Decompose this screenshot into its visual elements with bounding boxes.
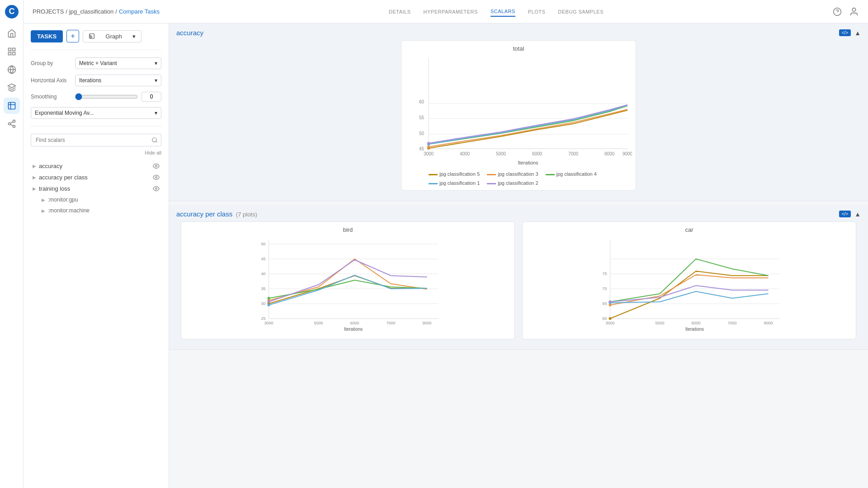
tab-scalars[interactable]: SCALARS (491, 7, 515, 17)
breadcrumb-projects[interactable]: PROJECTS (33, 8, 64, 15)
hide-all-link[interactable]: Hide all (31, 150, 161, 155)
svg-point-22 (156, 188, 157, 190)
svg-rect-4 (8, 52, 11, 55)
scalar-item-accuracy: ▶ accuracy (31, 161, 161, 171)
add-button[interactable]: + (66, 30, 79, 42)
tab-hyperparameters[interactable]: HYPERPARAMETERS (424, 7, 478, 16)
search-button[interactable] (151, 137, 158, 143)
user-avatar[interactable] (849, 7, 859, 17)
svg-line-19 (156, 141, 157, 143)
svg-text:3000: 3000 (264, 321, 273, 325)
smoothing-value-input[interactable]: 0 (142, 92, 161, 102)
svg-text:25: 25 (261, 316, 265, 321)
accuracy-section-header: accuracy </> ▲ (176, 29, 861, 37)
horizontal-axis-select[interactable]: Iterations ▾ (75, 75, 161, 86)
svg-text:7000: 7000 (386, 321, 395, 325)
svg-point-11 (13, 125, 15, 127)
logo: C (4, 4, 20, 20)
nav-flow-icon[interactable] (4, 116, 20, 132)
legend-item-2: jpg classification 2 (487, 180, 538, 186)
group-by-select[interactable]: Metric + Variant ▾ (75, 57, 161, 69)
accuracy-chart-area: total 45 50 55 60 (176, 40, 861, 195)
eye-icon-accuracy[interactable] (153, 163, 160, 169)
eye-icon-training-loss[interactable] (153, 185, 160, 192)
find-scalars-input[interactable] (31, 134, 161, 146)
svg-point-69 (268, 304, 270, 306)
accuracy-section-actions: </> ▲ (839, 29, 861, 37)
accuracy-code-button[interactable]: </> (839, 29, 851, 36)
scalar-item-accuracy-per-class: ▶ accuracy per class (31, 172, 161, 183)
svg-marker-8 (8, 84, 15, 88)
nav-home-icon[interactable] (4, 25, 20, 42)
svg-text:6000: 6000 (350, 321, 359, 325)
scalar-item-monitor-machine: ▶ :monitor:machine (31, 206, 161, 216)
svg-point-88 (609, 317, 612, 320)
svg-text:5000: 5000 (655, 321, 664, 325)
nav-tabs: DETAILS HYPERPARAMETERS SCALARS PLOTS DE… (389, 7, 604, 17)
graph-button[interactable]: Graph ▾ (83, 30, 142, 42)
svg-rect-3 (12, 48, 15, 51)
left-nav: C (0, 0, 24, 488)
svg-text:7000: 7000 (727, 321, 736, 325)
accuracy-per-class-actions: </> ▲ (839, 211, 861, 218)
top-bar: PROJECTS / jpg_classification / Compare … (24, 0, 868, 23)
horizontal-axis-row: Horizontal Axis Iterations ▾ (31, 75, 161, 86)
nav-experiment-icon[interactable] (4, 98, 20, 114)
accuracy-per-class-code-button[interactable]: </> (839, 211, 851, 217)
tab-plots[interactable]: PLOTS (528, 7, 546, 16)
group-by-value: Metric + Variant (79, 60, 117, 66)
svg-text:8000: 8000 (604, 151, 615, 156)
breadcrumb-project[interactable]: jpg_classification (69, 8, 113, 15)
svg-text:Iterations: Iterations (344, 327, 363, 332)
svg-text:C: C (9, 7, 14, 16)
nav-grid-icon[interactable] (4, 43, 20, 60)
accuracy-chart-legend: jpg classification 5 jpg classification … (406, 171, 631, 186)
eye-icon-accuracy-per-class[interactable] (153, 174, 160, 181)
svg-point-10 (8, 123, 10, 125)
svg-text:7000: 7000 (568, 151, 579, 156)
scalar-monitor-machine-label: :monitor:machine (48, 207, 90, 214)
help-icon[interactable] (833, 7, 842, 16)
legend-item-1: jpg classification 1 (429, 180, 480, 186)
svg-rect-17 (90, 34, 94, 39)
scalar-accuracy-per-class-label: accuracy per class (39, 174, 88, 181)
svg-text:45: 45 (261, 257, 265, 261)
scalar-item-monitor-machine-left[interactable]: ▶ :monitor:machine (33, 207, 90, 214)
car-chart-svg: 60 65 70 75 3000 5000 6000 7000 9000 It (527, 235, 851, 334)
svg-text:55: 55 (419, 115, 425, 120)
bird-chart-card: bird (181, 221, 515, 339)
accuracy-chart-card: total 45 50 55 60 (401, 40, 636, 191)
smoothing-method-select[interactable]: Exponential Moving Av... ▾ (31, 107, 161, 119)
accuracy-collapse-button[interactable]: ▲ (854, 29, 861, 37)
bird-chart-title: bird (186, 226, 510, 233)
main-area: PROJECTS / jpg_classification / Compare … (24, 0, 868, 488)
nav-layers-icon[interactable] (4, 80, 20, 96)
tasks-button[interactable]: TASKS (31, 30, 63, 42)
accuracy-section: accuracy </> ▲ total (169, 23, 868, 201)
chevron-right-icon: ▶ (33, 186, 36, 191)
svg-text:35: 35 (261, 286, 265, 291)
svg-text:9000: 9000 (422, 321, 431, 325)
scalar-item-training-loss-left[interactable]: ▶ training loss (33, 185, 70, 192)
car-chart-title: car (527, 226, 851, 233)
legend-item-4: jpg classification 4 (546, 171, 597, 177)
slider-container: 0 (75, 92, 161, 102)
nav-globe-icon[interactable] (4, 61, 20, 78)
scalar-item-accuracy-per-class-left[interactable]: ▶ accuracy per class (33, 174, 88, 181)
scalar-item-monitor-gpu-left[interactable]: ▶ :monitor:gpu (33, 197, 78, 203)
scalar-item-accuracy-left[interactable]: ▶ accuracy (33, 163, 62, 169)
group-by-label: Group by (31, 60, 71, 66)
chevron-down-icon: ▾ (155, 110, 157, 116)
chart-bar-icon (89, 33, 95, 39)
smoothing-slider[interactable] (75, 93, 138, 100)
tab-debug-samples[interactable]: DEBUG SAMPLES (558, 7, 604, 16)
tab-details[interactable]: DETAILS (389, 7, 411, 16)
accuracy-title: accuracy (176, 29, 203, 37)
accuracy-per-class-collapse-button[interactable]: ▲ (854, 211, 861, 218)
accuracy-per-class-title: accuracy per class (176, 210, 232, 218)
legend-item-3: jpg classification 3 (487, 171, 538, 177)
svg-point-42 (427, 145, 430, 148)
chevron-right-icon: ▶ (33, 175, 36, 180)
svg-point-92 (609, 300, 612, 303)
svg-point-20 (156, 165, 157, 167)
